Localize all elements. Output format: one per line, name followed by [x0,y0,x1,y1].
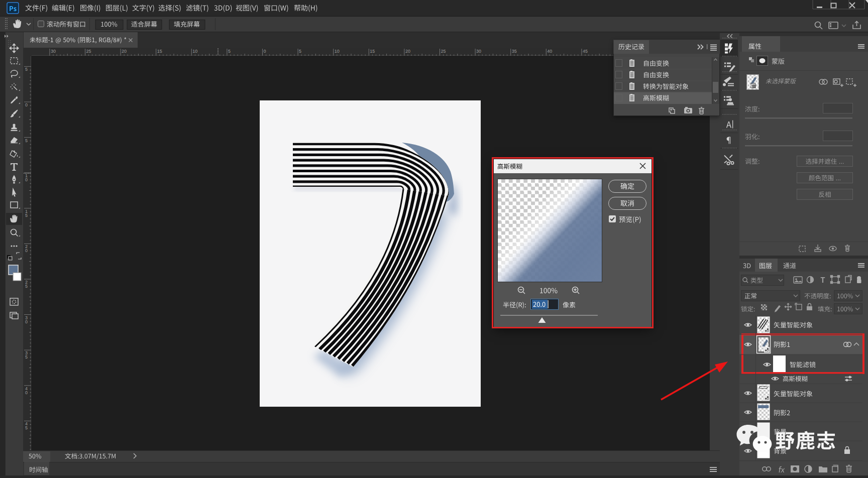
svg-text:5: 5 [25,284,28,289]
svg-text:0: 0 [25,319,28,324]
svg-text:0: 0 [25,102,28,107]
svg-text:20: 20 [405,49,410,54]
svg-text:10: 10 [192,49,197,54]
svg-text:10: 10 [335,49,340,54]
svg-text:5: 5 [25,354,28,360]
svg-text:5: 5 [25,67,28,72]
svg-text:40: 40 [547,49,552,54]
svg-text:5: 5 [25,213,28,218]
svg-text:5: 5 [25,425,28,430]
svg-text:15: 15 [370,49,375,54]
svg-text:5: 5 [25,138,28,143]
svg-text:35: 35 [512,49,517,54]
svg-text:25: 25 [86,49,91,54]
svg-text:0: 0 [264,49,266,54]
svg-text:30: 30 [476,49,481,54]
svg-text:20: 20 [122,49,127,54]
svg-text:0: 0 [25,248,28,253]
svg-text:0: 0 [25,390,28,395]
svg-text:0: 0 [25,177,28,182]
svg-text:5: 5 [299,49,301,54]
svg-text:45: 45 [583,49,588,54]
svg-text:25: 25 [441,49,446,54]
svg-text:5: 5 [228,49,231,54]
svg-text:30: 30 [51,49,56,54]
svg-text:15: 15 [157,49,162,54]
